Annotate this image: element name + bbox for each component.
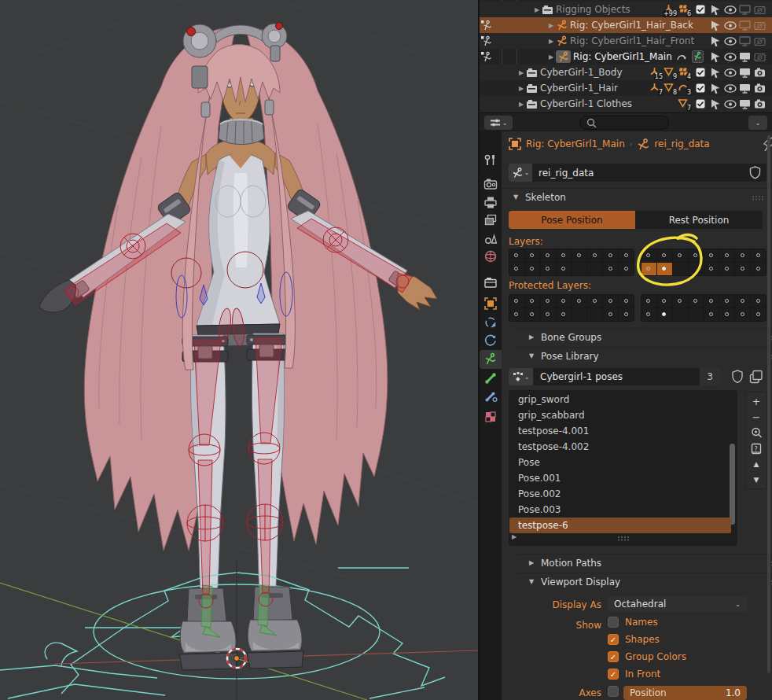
disable-viewport-toggle[interactable] xyxy=(737,17,752,33)
layer-toggle[interactable] xyxy=(704,295,719,308)
layer-toggle[interactable] xyxy=(619,295,634,308)
axes-checkbox[interactable] xyxy=(608,686,619,697)
layer-toggle[interactable] xyxy=(619,249,634,262)
layer-toggle[interactable] xyxy=(704,308,719,321)
tab-render[interactable] xyxy=(480,175,502,193)
hide-viewport-toggle[interactable] xyxy=(722,33,737,49)
in-front-checkbox[interactable]: ✓ xyxy=(608,669,619,680)
tab-bone-constraints[interactable] xyxy=(480,387,502,406)
selectable-toggle[interactable] xyxy=(708,49,722,64)
hide-viewport-toggle[interactable] xyxy=(722,2,737,17)
disable-viewport-toggle[interactable] xyxy=(737,64,752,80)
axes-position-slider[interactable]: Position 1.0 xyxy=(623,686,747,700)
disable-viewport-toggle[interactable] xyxy=(737,80,752,96)
disable-render-toggle[interactable] xyxy=(752,64,767,80)
layer-toggle[interactable] xyxy=(751,249,766,262)
outliner-row[interactable]: ▶CyberGirl-1_Hair783 xyxy=(480,80,772,96)
layer-toggle[interactable] xyxy=(587,295,602,308)
disable-viewport-toggle[interactable] xyxy=(737,33,752,49)
triangle-right-icon[interactable]: ▶ xyxy=(546,53,556,61)
pose-list-item[interactable]: testpose-4.002 xyxy=(509,439,731,455)
layer-toggle[interactable] xyxy=(619,308,634,321)
outliner-row[interactable]: ▶CyberGirl-1 Clothes7 xyxy=(480,96,772,112)
exclude-checkbox[interactable] xyxy=(696,5,705,14)
group-colors-checkbox[interactable]: ✓ xyxy=(608,651,619,662)
tab-physics[interactable] xyxy=(480,313,502,332)
layer-toggle[interactable] xyxy=(673,249,688,262)
disable-render-toggle[interactable] xyxy=(752,96,767,112)
selectable-toggle[interactable] xyxy=(708,33,722,49)
pose-list-item[interactable]: testpose-4.001 xyxy=(509,423,731,439)
rest-position-button[interactable]: Rest Position xyxy=(635,211,763,229)
layer-toggle[interactable] xyxy=(689,295,704,308)
shapes-checkbox[interactable]: ✓ xyxy=(608,634,619,645)
layer-toggle[interactable] xyxy=(619,263,634,275)
shield-icon[interactable] xyxy=(731,370,744,384)
layer-toggle[interactable] xyxy=(751,308,766,321)
selectable-toggle[interactable] xyxy=(708,96,722,112)
layers-grid-right[interactable] xyxy=(641,249,766,276)
users-count-button[interactable]: 3 xyxy=(700,368,720,385)
layer-toggle[interactable] xyxy=(673,308,688,321)
layer-toggle[interactable] xyxy=(751,295,766,308)
layer-toggle[interactable] xyxy=(673,295,688,308)
datablock-type-button[interactable]: ⌄ xyxy=(509,164,532,182)
layer-toggle[interactable] xyxy=(572,295,587,308)
layer-toggle[interactable] xyxy=(673,263,688,275)
layer-toggle[interactable] xyxy=(657,263,672,275)
outliner-item-label[interactable]: Rigging Objects xyxy=(556,4,630,15)
layer-toggle[interactable] xyxy=(735,249,750,262)
layer-toggle[interactable] xyxy=(525,308,540,321)
layer-toggle[interactable] xyxy=(704,263,719,275)
outliner-item-label[interactable]: Rig: CyberGirl1_Hair_Back xyxy=(570,20,693,31)
sanitize-action-button[interactable]: ? xyxy=(747,441,766,455)
outliner-row[interactable]: ▶Rigging Objects+996 xyxy=(480,2,772,17)
triangle-right-icon[interactable]: ▶ xyxy=(517,85,526,92)
breadcrumb-object[interactable]: Rig: CyberGirl1_Main xyxy=(526,138,625,149)
action-browse-button[interactable]: ⌄ xyxy=(509,368,533,385)
layer-toggle[interactable] xyxy=(572,249,587,262)
layer-toggle[interactable] xyxy=(587,263,602,275)
disable-viewport-toggle[interactable] xyxy=(737,96,752,112)
pose-list-item[interactable]: Pose.001 xyxy=(509,470,731,486)
layer-toggle[interactable] xyxy=(557,308,572,321)
disable-render-toggle[interactable] xyxy=(752,80,767,96)
triangle-right-icon[interactable]: ▶ xyxy=(512,533,517,540)
outliner-row[interactable]: ▶Rig: CyberGirl1_Hair_Front xyxy=(480,33,772,49)
pose-list-item[interactable]: Pose xyxy=(509,455,731,470)
triangle-right-icon[interactable]: ▶ xyxy=(532,6,542,13)
outliner-row[interactable]: ▶Rig: CyberGirl1_Main xyxy=(480,49,772,64)
breadcrumb-data[interactable]: rei_rig_data xyxy=(654,138,709,149)
pose-list[interactable]: ▶ grip_swordgrip_scabbardtestpose-4.001t… xyxy=(509,390,737,546)
protected-layers-grid-left[interactable] xyxy=(509,294,634,322)
properties-scrollbar[interactable] xyxy=(767,135,770,673)
exclude-checkbox[interactable] xyxy=(696,83,705,93)
disable-viewport-toggle[interactable] xyxy=(737,2,752,17)
layer-toggle[interactable] xyxy=(603,249,618,262)
selectable-toggle[interactable] xyxy=(708,17,722,33)
armature-name-field[interactable]: ⌄ rei_rig_data xyxy=(509,164,766,182)
layer-toggle[interactable] xyxy=(603,263,618,275)
layer-toggle[interactable] xyxy=(557,295,572,308)
layer-toggle[interactable] xyxy=(657,308,672,321)
layer-toggle[interactable] xyxy=(603,308,618,321)
outliner-item-label[interactable]: CyberGirl-1 Clothes xyxy=(540,98,632,109)
layer-toggle[interactable] xyxy=(641,295,656,308)
search-input[interactable] xyxy=(579,116,669,130)
display-as-dropdown[interactable]: Octahedral ⌄ xyxy=(608,596,747,612)
layer-toggle[interactable] xyxy=(689,263,704,275)
triangle-right-icon[interactable]: ▶ xyxy=(546,38,556,45)
layer-toggle[interactable] xyxy=(657,249,672,262)
pose-position-button[interactable]: Pose Position xyxy=(509,211,635,229)
hide-viewport-toggle[interactable] xyxy=(722,49,737,64)
tab-object-data[interactable] xyxy=(480,350,502,369)
protected-layers-grid-right[interactable] xyxy=(641,294,766,322)
layer-toggle[interactable] xyxy=(735,308,750,321)
disable-viewport-toggle[interactable] xyxy=(737,49,752,64)
layer-toggle[interactable] xyxy=(719,263,734,275)
selectable-toggle[interactable] xyxy=(708,80,722,96)
tab-world[interactable] xyxy=(480,247,502,266)
exclude-checkbox[interactable] xyxy=(696,99,705,109)
layer-toggle[interactable] xyxy=(572,308,587,321)
outliner-item-label[interactable]: Rig: CyberGirl1_Main xyxy=(573,51,672,62)
